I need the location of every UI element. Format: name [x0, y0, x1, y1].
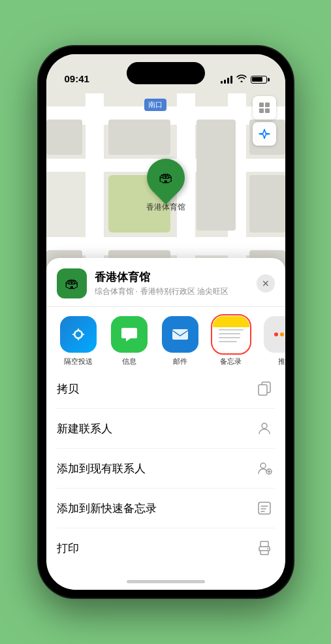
copy-icon — [254, 378, 275, 399]
close-button[interactable]: ✕ — [257, 274, 275, 293]
add-contact-icon — [254, 458, 275, 479]
home-indicator — [127, 580, 205, 583]
notes-icon — [213, 316, 249, 353]
action-new-contact[interactable]: 新建联系人 — [57, 409, 275, 449]
location-button[interactable] — [253, 122, 276, 146]
more-icon — [264, 316, 285, 353]
share-app-more[interactable]: 推 — [257, 316, 285, 366]
action-print-label: 打印 — [57, 541, 79, 556]
svg-rect-3 — [265, 108, 270, 113]
venue-info: 香港体育馆 综合体育馆 · 香港特别行政区 油尖旺区 — [95, 270, 257, 297]
venue-icon: 🏟 — [57, 268, 87, 298]
stadium-pin: 🏟 香港体育馆 — [146, 159, 185, 213]
svg-rect-1 — [265, 103, 270, 107]
svg-rect-7 — [259, 385, 267, 395]
share-app-messages[interactable]: 信息 — [104, 316, 155, 366]
venue-header: 🏟 香港体育馆 综合体育馆 · 香港特别行政区 油尖旺区 ✕ — [46, 268, 285, 307]
svg-rect-13 — [259, 502, 270, 514]
action-copy[interactable]: 拷贝 — [57, 369, 275, 409]
action-print[interactable]: 打印 — [57, 528, 275, 568]
share-app-notes[interactable]: 备忘录 — [206, 316, 257, 366]
phone-screen: 09:41 — [46, 54, 285, 590]
mail-icon — [162, 316, 198, 353]
airdrop-label: 隔空投送 — [64, 357, 93, 366]
pin-stadium-icon: 🏟 — [159, 169, 173, 186]
action-add-notes-label: 添加到新快速备忘录 — [57, 501, 157, 516]
messages-label: 信息 — [122, 357, 136, 366]
svg-point-9 — [260, 463, 266, 468]
share-app-mail[interactable]: 邮件 — [155, 316, 206, 366]
status-icons — [221, 74, 267, 86]
more-dots — [274, 332, 285, 336]
battery-icon — [251, 76, 267, 84]
map-controls — [253, 96, 276, 148]
dynamic-island — [127, 62, 205, 84]
status-time: 09:41 — [65, 73, 89, 86]
mail-label: 邮件 — [173, 357, 187, 366]
svg-rect-2 — [259, 108, 264, 113]
map-label: 南口 — [144, 99, 166, 111]
pin-circle: 🏟 — [138, 151, 192, 204]
bottom-sheet: 🏟 香港体育馆 综合体育馆 · 香港特别行政区 油尖旺区 ✕ — [46, 258, 285, 590]
share-app-airdrop[interactable]: 隔空投送 — [53, 316, 104, 366]
svg-rect-17 — [260, 541, 268, 547]
share-apps-row: 隔空投送 信息 — [46, 307, 285, 369]
notes-label: 备忘录 — [220, 357, 242, 366]
action-add-notes[interactable]: 添加到新快速备忘录 — [57, 489, 275, 528]
action-copy-label: 拷贝 — [57, 381, 79, 396]
action-list: 拷贝 新建联系人 — [46, 369, 285, 568]
svg-rect-5 — [172, 329, 188, 340]
new-contact-icon — [254, 418, 275, 439]
action-new-contact-label: 新建联系人 — [57, 421, 112, 436]
svg-rect-0 — [259, 103, 264, 107]
more-label: 推 — [278, 357, 285, 366]
signal-icon — [221, 76, 232, 84]
print-icon — [254, 538, 275, 558]
quick-notes-icon — [254, 498, 275, 519]
svg-point-19 — [267, 548, 268, 549]
svg-point-8 — [262, 423, 267, 428]
action-add-existing-label: 添加到现有联系人 — [57, 461, 146, 476]
svg-point-4 — [74, 330, 82, 338]
map-view-button[interactable] — [253, 96, 276, 120]
phone-frame: 09:41 — [39, 46, 293, 598]
airdrop-icon — [60, 316, 97, 353]
venue-subtitle: 综合体育馆 · 香港特别行政区 油尖旺区 — [95, 286, 257, 297]
messages-icon — [111, 316, 148, 353]
wifi-icon — [236, 74, 247, 84]
action-add-existing[interactable]: 添加到现有联系人 — [57, 449, 275, 489]
venue-name: 香港体育馆 — [95, 270, 257, 285]
